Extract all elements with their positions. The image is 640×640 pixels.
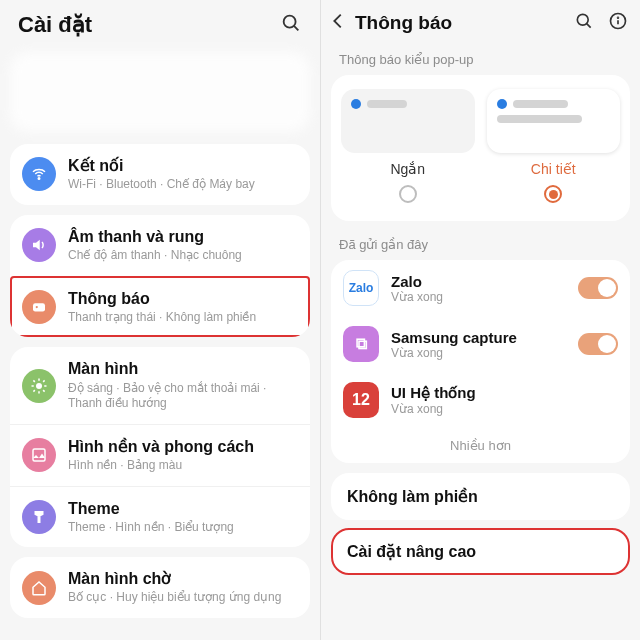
popup-style-card: NgắnChi tiết — [331, 75, 630, 221]
row-subtitle: Độ sáng · Bảo vệ cho mắt thoải mái · Tha… — [68, 381, 298, 412]
row-subtitle: Wi-Fi · Bluetooth · Chế độ Máy bay — [68, 177, 298, 193]
row-title: Theme — [68, 499, 298, 518]
settings-row-homescreen[interactable]: Màn hình chờBố cục · Huy hiệu biểu tượng… — [10, 557, 310, 618]
notifications-header: Thông báo — [321, 0, 640, 46]
app-subtitle: Vừa xong — [391, 290, 566, 304]
search-icon[interactable] — [574, 11, 594, 35]
app-row-zalo[interactable]: ZaloZaloVừa xong — [331, 260, 630, 316]
recent-label: Đã gửi gần đây — [321, 231, 640, 260]
svg-point-4 — [36, 306, 38, 308]
search-icon[interactable] — [280, 12, 302, 38]
style-preview — [341, 89, 475, 153]
app-subtitle: Vừa xong — [391, 402, 618, 416]
systemui-icon: 12 — [343, 382, 379, 418]
zalo-icon: Zalo — [343, 270, 379, 306]
svg-line-1 — [294, 26, 298, 30]
svg-rect-15 — [38, 516, 41, 523]
svg-line-17 — [587, 24, 591, 28]
row-title: Thông báo — [68, 289, 298, 308]
samsungcapture-icon: ⧉ — [343, 326, 379, 362]
style-preview — [487, 89, 621, 153]
svg-line-13 — [43, 380, 45, 382]
app-name: Samsung capture — [391, 329, 566, 346]
svg-line-11 — [43, 390, 45, 392]
settings-row-display[interactable]: Màn hìnhĐộ sáng · Bảo vệ cho mắt thoải m… — [10, 347, 310, 423]
app-row-samsungcapture[interactable]: ⧉Samsung captureVừa xong — [331, 316, 630, 372]
svg-rect-3 — [33, 303, 45, 311]
style-label: Ngắn — [390, 161, 425, 177]
settings-list: Kết nốiWi-Fi · Bluetooth · Chế độ Máy ba… — [0, 144, 320, 628]
info-icon[interactable] — [608, 11, 628, 35]
svg-line-10 — [33, 380, 35, 382]
toggle-switch[interactable] — [578, 277, 618, 299]
app-subtitle: Vừa xong — [391, 346, 566, 360]
style-label: Chi tiết — [531, 161, 576, 177]
settings-row-wallpaper[interactable]: Hình nền và phong cáchHình nền · Bảng mà… — [10, 424, 310, 486]
svg-point-2 — [38, 178, 40, 180]
settings-header: Cài đặt — [0, 0, 320, 52]
app-name: UI Hệ thống — [391, 384, 618, 402]
theme-icon — [22, 500, 56, 534]
settings-pane: Cài đặt Kết nốiWi-Fi · Bluetooth · Chế đ… — [0, 0, 320, 640]
connections-icon — [22, 157, 56, 191]
settings-title: Cài đặt — [18, 12, 92, 38]
recent-apps-card: ZaloZaloVừa xong⧉Samsung captureVừa xong… — [331, 260, 630, 463]
toggle-switch[interactable] — [578, 333, 618, 355]
row-subtitle: Hình nền · Bảng màu — [68, 458, 298, 474]
row-subtitle: Chế độ âm thanh · Nhạc chuông — [68, 248, 298, 264]
advanced-settings-row[interactable]: Cài đặt nâng cao — [331, 528, 630, 575]
sound-icon — [22, 228, 56, 262]
radio-icon[interactable] — [399, 185, 417, 203]
popup-style-brief[interactable]: Ngắn — [341, 89, 475, 203]
header-actions — [574, 11, 628, 35]
settings-row-connections[interactable]: Kết nốiWi-Fi · Bluetooth · Chế độ Máy ba… — [10, 144, 310, 205]
display-icon — [22, 369, 56, 403]
row-title: Màn hình — [68, 359, 298, 378]
svg-rect-14 — [33, 449, 45, 461]
popup-style-label: Thông báo kiểu pop-up — [321, 46, 640, 75]
wallpaper-icon — [22, 438, 56, 472]
settings-row-sound[interactable]: Âm thanh và rungChế độ âm thanh · Nhạc c… — [10, 215, 310, 276]
profile-card[interactable] — [10, 52, 310, 132]
row-subtitle: Bố cục · Huy hiệu biểu tượng ứng dụng — [68, 590, 298, 606]
app-row-systemui[interactable]: 12UI Hệ thốngVừa xong — [331, 372, 630, 428]
row-subtitle: Theme · Hình nền · Biểu tượng — [68, 520, 298, 536]
row-title: Hình nền và phong cách — [68, 437, 298, 456]
row-title: Âm thanh và rung — [68, 227, 298, 246]
app-name: Zalo — [391, 273, 566, 290]
row-title: Màn hình chờ — [68, 569, 298, 588]
svg-point-0 — [284, 16, 296, 28]
svg-line-12 — [33, 390, 35, 392]
notifications-icon — [22, 290, 56, 324]
svg-point-20 — [618, 17, 619, 18]
svg-point-5 — [36, 383, 42, 389]
dnd-row[interactable]: Không làm phiền — [331, 473, 630, 520]
notifications-pane: Thông báo Thông báo kiểu pop-up NgắnChi … — [320, 0, 640, 640]
settings-row-theme[interactable]: ThemeTheme · Hình nền · Biểu tượng — [10, 486, 310, 548]
svg-point-16 — [577, 14, 588, 25]
homescreen-icon — [22, 571, 56, 605]
row-title: Kết nối — [68, 156, 298, 175]
notifications-title: Thông báo — [355, 12, 568, 34]
popup-style-detailed[interactable]: Chi tiết — [487, 89, 621, 203]
radio-icon[interactable] — [544, 185, 562, 203]
back-icon[interactable] — [327, 10, 349, 36]
more-link[interactable]: Nhiều hơn — [331, 428, 630, 463]
settings-row-notifications[interactable]: Thông báoThanh trạng thái · Không làm ph… — [10, 276, 310, 338]
row-subtitle: Thanh trạng thái · Không làm phiền — [68, 310, 298, 326]
